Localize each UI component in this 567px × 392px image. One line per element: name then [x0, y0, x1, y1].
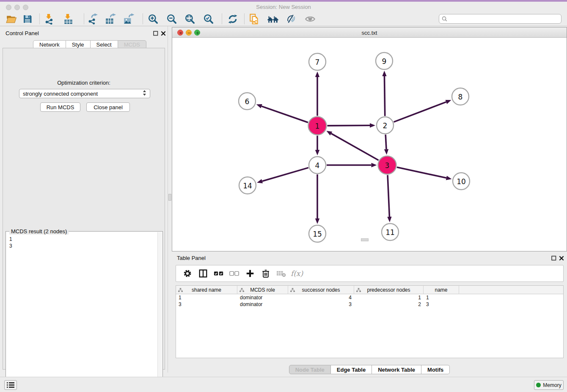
control-panel: Control Panel NetworkStyleSelectMCDS Opt… [0, 26, 168, 373]
tab-edge-table[interactable]: Edge Table [331, 365, 372, 374]
column-header-successor-nodes[interactable]: successor nodes [288, 286, 354, 294]
float-panel-button[interactable] [153, 30, 158, 35]
mcds-result-scrollbar[interactable] [157, 232, 162, 390]
graph-node-1[interactable]: 1 [308, 117, 327, 135]
graph-edge-1-2[interactable] [327, 123, 375, 127]
import-network-button[interactable] [41, 12, 57, 25]
graph-edge-2-3[interactable] [384, 135, 388, 155]
memory-button[interactable]: Memory [534, 380, 564, 390]
arrowhead [446, 176, 452, 180]
export-image-button[interactable] [121, 12, 137, 25]
run-mcds-button[interactable]: Run MCDS [40, 102, 80, 112]
first-neighbors-button[interactable] [265, 12, 281, 25]
close-mcds-panel-button[interactable]: Close panel [86, 102, 130, 112]
horizontal-splitter-handle[interactable] [361, 238, 369, 241]
column-header-mcds-role[interactable]: MCDS role [237, 286, 288, 294]
task-history-button[interactable] [4, 380, 17, 390]
graph-node-14[interactable]: 14 [239, 177, 256, 194]
zoom-out-icon [166, 14, 177, 25]
graph-edge-2-8[interactable] [394, 100, 451, 122]
memory-status-icon [536, 383, 541, 387]
import-table-button[interactable] [60, 12, 76, 25]
column-header-predecessor-nodes[interactable]: predecessor nodes [354, 286, 424, 294]
graph-edge-1-7[interactable] [315, 72, 319, 116]
toolbar-separator [84, 14, 84, 24]
cell-predecessor-nodes[interactable]: 1 [354, 294, 424, 301]
graph-node-8[interactable]: 8 [452, 88, 469, 105]
tab-network-table[interactable]: Network Table [372, 365, 421, 374]
cell-shared-name[interactable]: 1 [176, 294, 237, 301]
graph-edge-1-4[interactable] [315, 136, 319, 156]
node-label: 1 [315, 122, 320, 130]
graph-edge-2-9[interactable] [382, 71, 386, 116]
zoom-fit-button[interactable] [182, 12, 198, 25]
graph-node-7[interactable]: 7 [309, 53, 326, 70]
graph-node-3[interactable]: 3 [378, 156, 396, 174]
table-settings-button[interactable] [179, 267, 195, 280]
table-row[interactable]: 3dominator323 [176, 301, 563, 308]
tab-node-table[interactable]: Node Table [289, 365, 331, 374]
select-all-button[interactable] [211, 267, 226, 280]
search-field[interactable] [439, 14, 561, 24]
close-table-panel-button[interactable] [559, 255, 564, 260]
graph-node-2[interactable]: 2 [377, 117, 394, 134]
node-label: 8 [458, 93, 463, 101]
graph-node-4[interactable]: 4 [309, 157, 326, 174]
cell-successor-nodes[interactable]: 4 [288, 294, 354, 301]
show-hide-graphics-button[interactable] [302, 12, 318, 25]
graph-node-11[interactable]: 11 [382, 224, 399, 240]
cell-predecessor-nodes[interactable]: 2 [354, 301, 424, 308]
graph-edge-3-11[interactable] [387, 175, 391, 222]
graph-node-9[interactable]: 9 [376, 52, 393, 69]
cell-name[interactable]: 3 [424, 301, 459, 308]
refresh-view-button[interactable] [225, 12, 241, 25]
network-window-titlebar[interactable]: scc.txt [172, 28, 567, 38]
graph-edge-3-10[interactable] [397, 167, 452, 180]
vertical-splitter-handle[interactable] [168, 194, 171, 201]
tab-motifs[interactable]: Motifs [421, 365, 450, 374]
cell-shared-name[interactable]: 3 [176, 301, 237, 308]
graph-node-6[interactable]: 6 [239, 93, 256, 110]
trash-icon [261, 269, 270, 278]
add-column-button[interactable] [242, 267, 258, 280]
graph-edge-1-6[interactable] [256, 104, 308, 122]
toggle-column-view-button[interactable] [195, 267, 211, 280]
list-icon [7, 382, 14, 388]
delete-table-button[interactable] [273, 267, 289, 280]
delete-column-button[interactable] [258, 267, 273, 280]
criterion-dropdown[interactable]: strongly connected component [19, 89, 150, 98]
vertical-splitter[interactable] [168, 26, 172, 373]
table-row[interactable]: 1dominator411 [176, 294, 563, 301]
graph-edge-3-1[interactable] [326, 131, 378, 160]
cell-successor-nodes[interactable]: 3 [288, 301, 354, 308]
cell-name[interactable]: 1 [424, 294, 459, 301]
deselect-all-button[interactable] [226, 267, 242, 280]
network-canvas[interactable]: 1234678910111415 [172, 38, 567, 251]
graph-edge-4-14[interactable] [257, 168, 308, 183]
column-header-shared-name[interactable]: shared name [176, 286, 237, 294]
arrowhead [315, 72, 319, 77]
export-network-button[interactable] [85, 12, 101, 25]
graph-node-10[interactable]: 10 [453, 173, 470, 190]
graph-edge-4-3[interactable] [327, 163, 377, 167]
function-builder-button[interactable]: f(x) [289, 267, 305, 280]
arrowhead [382, 71, 386, 76]
zoom-selected-button[interactable] [201, 12, 217, 25]
zoom-in-button[interactable] [145, 12, 161, 25]
cell-mcds-role[interactable]: dominator [237, 294, 288, 301]
export-table-button[interactable] [102, 12, 118, 25]
export-network-icon [87, 14, 98, 25]
column-header-name[interactable]: name [424, 286, 459, 294]
open-session-button[interactable] [3, 12, 19, 25]
zoom-out-button[interactable] [164, 12, 180, 25]
graph-node-15[interactable]: 15 [309, 225, 326, 242]
save-session-button[interactable] [19, 12, 36, 25]
close-panel-button[interactable] [161, 30, 166, 35]
clone-network-button[interactable] [246, 12, 262, 25]
cell-mcds-role[interactable]: dominator [237, 301, 288, 308]
graph-edge-4-15[interactable] [315, 174, 319, 224]
hierarchy-icon [356, 288, 361, 293]
hide-details-button[interactable] [283, 12, 299, 25]
search-input[interactable] [449, 16, 561, 22]
float-table-panel-button[interactable] [551, 255, 556, 260]
